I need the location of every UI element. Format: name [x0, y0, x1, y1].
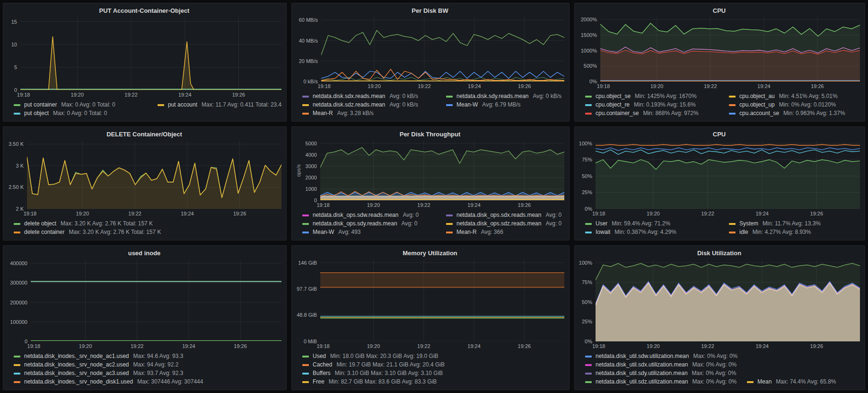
panel-title[interactable]: PUT Account-Container-Object — [7, 6, 281, 17]
panel-title[interactable]: DELETE Container/Object — [7, 130, 281, 141]
legend-item[interactable]: CachedMin: 19.7 GiB Max: 21.1 GiB Avg: 2… — [302, 361, 445, 369]
chart-plot[interactable] — [600, 17, 860, 81]
legend-item[interactable]: netdata.disk.sdz.reads.meanAvg: 0 kB/s — [302, 101, 436, 109]
x-tick-label: 19:18 — [592, 343, 605, 349]
legend-item[interactable]: idleMin: 4.27% Avg: 8.93% — [729, 228, 811, 236]
legend-row: put containerMax: 0 Avg: 0 Total: 0put a… — [14, 101, 281, 109]
legend-item[interactable]: cpu.account_seMin: 0.963% Avg: 1.37% — [729, 109, 845, 117]
legend-row: Mean-WAvg: 493Mean-RAvg: 366 — [302, 228, 564, 236]
y-tick-label: 10 — [11, 42, 17, 47]
legend-row: netdata.disk_util.sdw.utilization.meanMa… — [585, 352, 860, 360]
legend-item[interactable]: netdata.disk_inodes._srv_node_ac2.usedMa… — [14, 361, 178, 369]
legend-item[interactable]: netdata.disk.sdx.reads.meanAvg: 0 kB/s — [302, 92, 436, 100]
y-axis: 0%25%50%75%100% — [579, 141, 596, 209]
legend-item[interactable]: netdata.disk_inodes._srv_node_disk1.used… — [14, 378, 203, 386]
legend-stats: Avg: 366 — [481, 228, 503, 236]
legend-label: cpu.container_se — [596, 109, 639, 117]
panel-delete-container-object: DELETE Container/Object 2 K2.50 K3 K3.50… — [3, 126, 287, 241]
legend-item[interactable]: cpu.object_upMin: 0% Avg: 0.0120% — [729, 101, 836, 109]
x-tick-label: 19:20 — [79, 343, 92, 349]
legend-item[interactable]: netdata.disk_util.sdw.utilization.meanMa… — [585, 352, 737, 360]
y-tick-label: 0% — [585, 206, 592, 212]
legend-stats: Min: 4.27% Avg: 8.93% — [753, 228, 811, 236]
y-tick-label: 25% — [582, 189, 592, 195]
x-tick-label: 19:18 — [316, 202, 330, 208]
legend-stats: Max: 94 Avg: 92.2 — [133, 361, 179, 369]
y-tick-label: 0 MiB — [304, 339, 317, 344]
legend-stats: Min: 11.7% Avg: 13.3% — [763, 220, 821, 228]
legend-item[interactable]: cpu.object_auMin: 4.51% Avg: 5.01% — [729, 92, 838, 100]
x-tick-label: 19:18 — [24, 211, 37, 216]
chart-plot[interactable] — [20, 17, 281, 90]
legend-label: Cached — [313, 361, 332, 369]
legend-item[interactable]: cpu.object_reMin: 0.193% Avg: 15.6% — [585, 101, 719, 109]
legend-swatch — [302, 113, 309, 115]
legend-label: netdata.disk_inodes._srv_node_ac1.used — [24, 352, 129, 360]
legend-item[interactable]: netdata.disk_util.sdy.utilization.meanMa… — [585, 369, 736, 377]
chart-canvas — [596, 259, 860, 341]
chart-plot[interactable] — [596, 259, 860, 341]
legend-item[interactable]: MeanMax: 74.4% Avg: 65.8% — [747, 378, 836, 386]
legend-item[interactable]: put containerMax: 0 Avg: 0 Total: 0 — [14, 101, 147, 109]
chart-canvas — [31, 259, 281, 341]
legend-swatch — [14, 381, 20, 383]
legend-item[interactable]: netdata.disk.sdy.reads.meanAvg: 0 kB/s — [446, 92, 561, 100]
legend-stats: Max: 0 Avg: 0 Total: 0 — [53, 109, 107, 117]
legend-item[interactable]: Mean-WAvg: 493 — [302, 228, 436, 236]
panel-title[interactable]: CPU — [579, 130, 860, 141]
chart-plot[interactable] — [320, 259, 564, 341]
legend-label: netdata.disk_ops.sdy.reads.mean — [313, 220, 397, 228]
chart-plot[interactable] — [27, 141, 281, 209]
legend-item[interactable]: delete containerMax: 3.20 K Avg: 2.76 K … — [14, 228, 161, 236]
legend-item[interactable]: netdata.disk_util.sdx.utilization.meanMa… — [585, 361, 736, 369]
legend-item[interactable]: Mean-RAvg: 366 — [446, 228, 503, 236]
legend-item[interactable]: netdata.disk_ops.sdy.reads.meanAvg: 0 — [302, 220, 436, 228]
chart-plot[interactable] — [596, 141, 860, 209]
legend-row: netdata.disk.sdx.reads.meanAvg: 0 kB/sne… — [302, 92, 564, 100]
panel-title[interactable]: used inode — [7, 249, 281, 259]
legend-item[interactable]: put accountMax: 11.7 Avg: 0.411 Total: 2… — [158, 101, 281, 109]
legend-label: Free — [313, 378, 324, 386]
legend-item[interactable]: cpu.container_seMin: 868% Avg: 972% — [585, 109, 719, 117]
chart-plot[interactable] — [320, 141, 564, 200]
legend-item[interactable]: UsedMin: 18.0 GiB Max: 20.3 GiB Avg: 19.… — [302, 352, 438, 360]
legend-label: put object — [24, 109, 49, 117]
panel-title[interactable]: Per Disk Throughput — [296, 130, 564, 141]
chart-plot[interactable] — [31, 259, 281, 341]
panel-title[interactable]: Memory Utilization — [296, 249, 564, 259]
chart-plot[interactable] — [321, 17, 564, 81]
legend-item[interactable]: netdata.disk_ops.sdx.reads.meanAvg: 0 — [446, 211, 561, 219]
legend-item[interactable]: BuffersMin: 3.10 GiB Max: 3.10 GiB Avg: … — [302, 369, 443, 377]
legend-stats: Min: 1425% Avg: 1670% — [635, 92, 697, 100]
x-tick-label: 19:26 — [810, 343, 824, 349]
panel-title[interactable]: CPU — [579, 6, 860, 17]
legend-item[interactable]: delete objectMax: 3.20 K Avg: 2.76 K Tot… — [14, 220, 153, 228]
y-axis: 0100000200000300000400000 — [7, 259, 31, 341]
panel-title[interactable]: Disk Utilization — [579, 249, 860, 259]
chart-canvas — [320, 141, 564, 200]
panel-title[interactable]: Per Disk BW — [296, 6, 564, 17]
legend-item[interactable]: Mean-WAvg: 6.79 MB/s — [446, 101, 521, 109]
legend-stats: Max: 0% Avg: 0% — [692, 378, 736, 386]
legend-swatch — [729, 232, 736, 233]
legend-item[interactable]: netdata.disk_ops.sdz.reads.meanAvg: 0 — [446, 220, 561, 228]
chart-area: 0 kB/s20 MB/s40 MB/s60 MB/s 19:1819:2019… — [296, 17, 564, 89]
legend-item[interactable]: put objectMax: 0 Avg: 0 Total: 0 — [14, 109, 107, 117]
legend-item[interactable]: netdata.disk_util.sdz.utilization.meanMa… — [585, 378, 736, 386]
legend: netdata.disk.sdx.reads.meanAvg: 0 kB/sne… — [302, 92, 564, 117]
x-tick-label: 19:20 — [647, 211, 660, 216]
legend-item[interactable]: FreeMin: 82.7 GiB Max: 83.6 GiB Avg: 83.… — [302, 378, 437, 386]
x-axis: 19:1819:2019:2219:2419:26 — [596, 209, 860, 217]
legend-label: netdata.disk_ops.sdz.reads.mean — [456, 220, 541, 228]
legend-item[interactable]: netdata.disk_ops.sdw.reads.meanAvg: 0 — [302, 211, 436, 219]
legend-item[interactable]: SystemMin: 11.7% Avg: 13.3% — [729, 220, 821, 228]
legend-item[interactable]: IowaitMin: 0.387% Avg: 4.29% — [585, 228, 719, 236]
legend-swatch — [729, 104, 736, 106]
legend-item[interactable]: netdata.disk_inodes._srv_node_ac3.usedMa… — [14, 369, 183, 377]
legend-item[interactable]: netdata.disk_inodes._srv_node_ac1.usedMa… — [14, 352, 183, 360]
y-tick-label: 2.50 K — [9, 184, 24, 190]
legend-item[interactable]: cpu.object_seMin: 1425% Avg: 1670% — [585, 92, 719, 100]
legend-item[interactable]: Mean-RAvg: 3.28 kB/s — [302, 109, 374, 117]
legend-row: netdata.disk_util.sdy.utilization.meanMa… — [585, 369, 860, 377]
legend-item[interactable]: UserMin: 59.4% Avg: 71.2% — [585, 220, 719, 228]
